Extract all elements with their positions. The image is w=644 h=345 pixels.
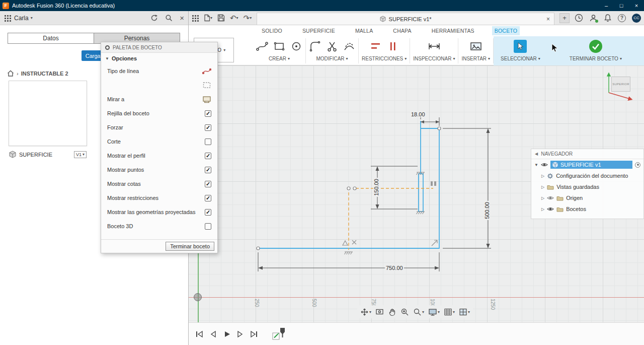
restricciones-dropdown[interactable]: RESTRICCIONES▾ bbox=[362, 56, 407, 61]
dimension-750[interactable]: 750.00 bbox=[385, 265, 404, 271]
select-tool-icon[interactable] bbox=[514, 40, 527, 53]
zoom-tool-icon[interactable] bbox=[399, 307, 410, 317]
search-icon[interactable] bbox=[165, 14, 173, 22]
checkbox-mostrar-restricciones[interactable]: ✓ bbox=[205, 195, 211, 201]
option-mostrar-cotas[interactable]: Mostrar cotas ✓ bbox=[101, 177, 217, 191]
undo-icon[interactable]: ↶▾ bbox=[230, 14, 238, 23]
sketch-rectangle-icon[interactable] bbox=[273, 40, 285, 52]
finish-sketch-check-icon[interactable] bbox=[589, 40, 602, 53]
new-tab-button[interactable]: + bbox=[559, 13, 570, 23]
navigator-item-bocetos[interactable]: ▷ Bocetos bbox=[531, 203, 643, 215]
show-data-panel-icon[interactable] bbox=[192, 15, 199, 22]
option-mostrar-puntos[interactable]: Mostrar puntos ✓ bbox=[101, 163, 217, 177]
option-rejilla-del-boceto[interactable]: Rejilla del boceto ✓ bbox=[101, 106, 217, 120]
active-document-chip[interactable]: SUPERFICIE v1 bbox=[550, 161, 632, 169]
tab-solido[interactable]: SOLIDO bbox=[259, 26, 285, 35]
option-forzar[interactable]: Forzar ✓ bbox=[101, 120, 217, 134]
linetype-icon[interactable] bbox=[202, 67, 211, 75]
checkbox-forzar[interactable]: ✓ bbox=[205, 124, 211, 131]
trim-scissors-icon[interactable] bbox=[326, 40, 338, 52]
collapsed-triangle-icon[interactable]: ▷ bbox=[541, 207, 544, 212]
visibility-eye-icon[interactable] bbox=[547, 195, 554, 200]
tab-malla[interactable]: MALLA bbox=[353, 26, 375, 35]
home-icon[interactable] bbox=[7, 70, 14, 77]
tab-herramientas[interactable]: HERRAMIENTAS bbox=[429, 26, 477, 35]
tab-superficie[interactable]: SUPERFICIE bbox=[300, 26, 338, 35]
insertar-dropdown[interactable]: INSERTAR▾ bbox=[461, 56, 490, 61]
timeline-go-to-end-button[interactable] bbox=[249, 329, 258, 338]
grid-menu-icon[interactable] bbox=[4, 15, 11, 22]
orbit-tool-icon[interactable]: ▾ bbox=[359, 307, 372, 317]
redo-icon[interactable]: ↷▾ bbox=[244, 14, 252, 23]
dimension-150[interactable]: 150.00 bbox=[373, 178, 379, 197]
fillet-icon[interactable] bbox=[309, 40, 321, 52]
navigator-root-row[interactable]: ▼ SUPERFICIE v1 bbox=[531, 159, 643, 170]
file-menu-icon[interactable]: ▾ bbox=[204, 14, 212, 22]
navigator-item-vistas-guardadas[interactable]: ▷ Vistas guardadas bbox=[531, 181, 643, 192]
timeline-play-button[interactable] bbox=[222, 329, 231, 338]
finish-sketch-button[interactable]: Terminar boceto bbox=[166, 242, 214, 251]
tab-datos[interactable]: Datos bbox=[8, 33, 94, 44]
tab-boceto[interactable]: BOCETO bbox=[492, 26, 520, 35]
checkbox-mostrar-puntos[interactable]: ✓ bbox=[205, 167, 211, 173]
checkbox-rejilla[interactable]: ✓ bbox=[205, 110, 211, 117]
look-at-tool-icon[interactable] bbox=[374, 307, 385, 317]
navigator-item-origen[interactable]: ▷ Origen bbox=[531, 192, 643, 203]
help-icon[interactable]: ? bbox=[618, 14, 626, 22]
measure-icon[interactable] bbox=[428, 40, 441, 52]
options-section-header[interactable]: ▼ Opciones bbox=[101, 53, 217, 64]
option-mostrar-geometrias-proyectadas[interactable]: Mostrar las geometrías proyectadas ✓ bbox=[101, 205, 217, 219]
navigator-item-configuracion[interactable]: ▷ Configuración del documento bbox=[531, 170, 643, 181]
refresh-icon[interactable] bbox=[150, 14, 158, 22]
activate-component-icon[interactable] bbox=[635, 162, 640, 168]
timeline-position-marker[interactable] bbox=[280, 327, 285, 337]
inspeccionar-dropdown[interactable]: INSPECCIONAR▾ bbox=[413, 56, 455, 61]
crear-dropdown[interactable]: CREAR▾ bbox=[269, 56, 290, 61]
modificar-dropdown[interactable]: MODIFICAR▾ bbox=[316, 56, 348, 61]
timeline-step-forward-button[interactable] bbox=[235, 329, 245, 338]
visibility-eye-icon[interactable] bbox=[541, 162, 548, 167]
save-icon[interactable] bbox=[217, 14, 225, 22]
offset-icon[interactable] bbox=[343, 40, 355, 52]
construction-line-icon[interactable] bbox=[202, 81, 211, 89]
visibility-eye-icon[interactable] bbox=[547, 206, 554, 212]
fit-view-icon[interactable]: ▾ bbox=[412, 307, 425, 317]
collapsed-triangle-icon[interactable]: ▷ bbox=[541, 185, 544, 189]
checkbox-geometrias-proyectadas[interactable]: ✓ bbox=[205, 209, 211, 216]
pan-tool-icon[interactable] bbox=[387, 307, 397, 317]
grid-snaps-icon[interactable]: ▾ bbox=[443, 307, 456, 317]
insert-image-icon[interactable] bbox=[469, 40, 482, 52]
modeling-canvas[interactable]: 250 500 750 1000 1250 bbox=[189, 65, 644, 322]
viewports-icon[interactable]: ▾ bbox=[458, 307, 471, 317]
sketch-spline-icon[interactable] bbox=[256, 40, 268, 52]
document-thumbnail[interactable] bbox=[9, 81, 87, 146]
expand-triangle-icon[interactable]: ▼ bbox=[534, 163, 538, 167]
notifications-bell-icon[interactable] bbox=[604, 14, 612, 22]
team-selector[interactable]: Carla ▾ bbox=[14, 15, 33, 22]
sketch-circle-icon[interactable] bbox=[290, 40, 302, 52]
viewcube[interactable]: SUPERIOR bbox=[605, 72, 636, 103]
maximize-button[interactable]: □ bbox=[614, 0, 629, 11]
option-mirar-a[interactable]: Mirar a bbox=[101, 92, 217, 106]
close-tab-icon[interactable]: × bbox=[546, 16, 550, 23]
terminar-boceto-dropdown[interactable]: TERMINAR BOCETO▾ bbox=[570, 56, 622, 61]
collapse-navigator-icon[interactable]: ◀ bbox=[535, 152, 538, 156]
checkbox-boceto-3d[interactable]: ✓ bbox=[205, 223, 211, 230]
tab-chapa[interactable]: CHAPA bbox=[390, 26, 414, 35]
breadcrumb-project[interactable]: INSTRUCTABLE 2 bbox=[21, 71, 68, 77]
dimension-500[interactable]: 500.00 bbox=[484, 201, 490, 220]
dimension-18[interactable]: 18.00 bbox=[410, 111, 426, 117]
user-avatar[interactable]: CC bbox=[632, 14, 641, 23]
collapsed-triangle-icon[interactable]: ▷ bbox=[541, 196, 544, 200]
checkbox-corte[interactable]: ✓ bbox=[205, 139, 211, 145]
option-mostrar-el-perfil[interactable]: Mostrar el perfil ✓ bbox=[101, 149, 217, 163]
minimize-button[interactable]: – bbox=[599, 0, 614, 11]
option-mostrar-restricciones[interactable]: Mostrar restricciones ✓ bbox=[101, 191, 217, 205]
seleccionar-dropdown[interactable]: SELECCIONAR▾ bbox=[501, 56, 540, 61]
palette-header[interactable]: PALETA DE BOCETO bbox=[101, 42, 217, 53]
job-status-icon[interactable] bbox=[575, 14, 583, 22]
horizontal-vertical-constraint-icon[interactable] bbox=[370, 40, 382, 52]
presence-icon[interactable] bbox=[589, 14, 598, 22]
option-construction-line[interactable] bbox=[101, 78, 217, 92]
display-settings-icon[interactable]: ▾ bbox=[427, 307, 441, 317]
